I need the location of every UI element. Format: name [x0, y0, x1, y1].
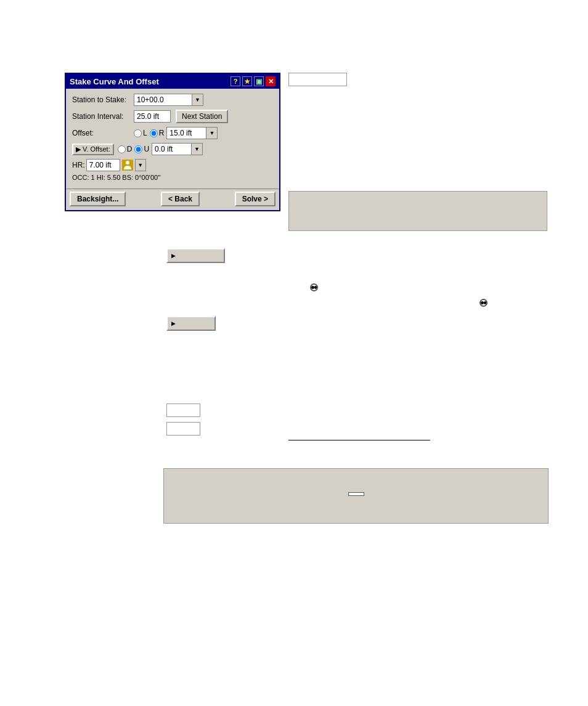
- svg-point-1: [126, 161, 129, 164]
- interval-label: Station Interval:: [72, 112, 134, 121]
- offset-r-label: R: [159, 129, 165, 137]
- gray-panel-top: [288, 191, 547, 231]
- bottom-gray-panel: [163, 468, 549, 524]
- floating-button-1[interactable]: ▶: [166, 248, 225, 263]
- arrow-icon-1: ▶: [171, 253, 176, 259]
- hr-dropdown-btn[interactable]: ▼: [135, 159, 146, 171]
- top-right-input[interactable]: [288, 73, 347, 86]
- dialog-footer: Backsight... < Back Solve >: [66, 189, 279, 210]
- interval-row: Station Interval: Next Station: [72, 110, 273, 123]
- help-icon[interactable]: ?: [231, 76, 240, 86]
- star-icon[interactable]: ★: [242, 76, 252, 86]
- back-button[interactable]: < Back: [161, 192, 200, 206]
- voffset-d-label: D: [127, 145, 133, 153]
- offset-input-group: ▼: [166, 127, 218, 139]
- offset-dropdown-btn[interactable]: ▼: [206, 127, 218, 139]
- offset-radio-group: L R: [134, 129, 164, 137]
- voffset-dropdown-btn[interactable]: ▼: [192, 143, 203, 155]
- floating-button-2[interactable]: ▶: [166, 316, 216, 331]
- person-icon: [122, 160, 133, 171]
- offset-r-input[interactable]: [150, 129, 158, 137]
- small-input-2[interactable]: [166, 422, 200, 436]
- next-station-button[interactable]: Next Station: [176, 110, 228, 123]
- offset-l-input[interactable]: [134, 129, 142, 137]
- dialog-content: Station to Stake: ▼ Station Interval: Ne…: [66, 89, 279, 189]
- offset-l-label: L: [143, 129, 147, 137]
- station-label: Station to Stake:: [72, 95, 134, 104]
- panel-small-box[interactable]: [348, 492, 364, 496]
- close-icon[interactable]: ✕: [266, 76, 276, 86]
- offset-row: Offset: L R ▼: [72, 127, 273, 139]
- title-icons: ? ★ ▣ ✕: [231, 76, 276, 86]
- voffset-button[interactable]: ▶ V. Offset:: [72, 144, 114, 155]
- floppy-icon[interactable]: ▣: [254, 76, 264, 86]
- voffset-u-label: U: [144, 145, 149, 153]
- voffset-input-group: ▼: [152, 143, 203, 155]
- hr-row: HR: ▼: [72, 159, 273, 171]
- station-row: Station to Stake: ▼: [72, 94, 273, 106]
- offset-input[interactable]: [166, 127, 206, 139]
- voffset-radio-group: D U: [118, 145, 149, 153]
- hr-label: HR:: [72, 161, 85, 169]
- interval-input[interactable]: [134, 110, 171, 123]
- occ-text: OCC: 1 HI: 5.50 BS: 0°00'00": [72, 174, 273, 181]
- small-input-1[interactable]: [166, 404, 200, 417]
- solve-button[interactable]: Solve >: [235, 192, 276, 206]
- stake-curve-dialog: Stake Curve And Offset ? ★ ▣ ✕ Station t…: [65, 73, 280, 211]
- offset-label: Offset:: [72, 129, 134, 137]
- voffset-d-radio[interactable]: D: [118, 145, 133, 153]
- dialog-title: Stake Curve And Offset: [70, 77, 159, 86]
- hr-input[interactable]: [86, 159, 120, 171]
- backsight-button[interactable]: Backsight...: [70, 192, 126, 206]
- radio-dot-1: [310, 283, 318, 291]
- station-dropdown-btn[interactable]: ▼: [192, 94, 203, 106]
- voffset-u-input[interactable]: [134, 145, 142, 153]
- station-input[interactable]: [134, 94, 192, 106]
- station-input-group: ▼: [134, 94, 203, 106]
- voffset-d-input[interactable]: [118, 145, 126, 153]
- voffset-u-radio[interactable]: U: [134, 145, 149, 153]
- dialog-titlebar: Stake Curve And Offset ? ★ ▣ ✕: [66, 74, 279, 89]
- voffset-row: ▶ V. Offset: D U ▼: [72, 143, 273, 155]
- offset-r-radio[interactable]: R: [150, 129, 165, 137]
- radio-dot-2: [480, 299, 488, 307]
- offset-l-radio[interactable]: L: [134, 129, 147, 137]
- voffset-input[interactable]: [152, 143, 192, 155]
- horizontal-line: [288, 440, 430, 440]
- arrow-icon-2: ▶: [171, 320, 176, 327]
